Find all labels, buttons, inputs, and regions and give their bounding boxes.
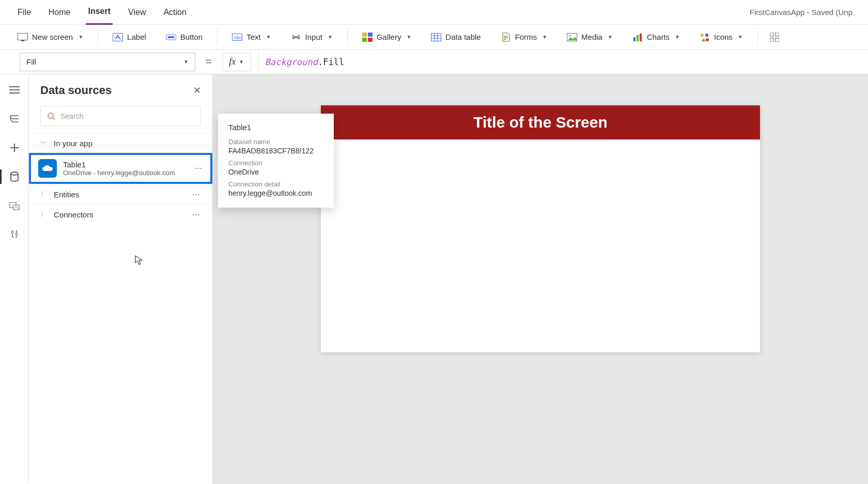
equals-sign: = (203, 56, 215, 68)
screen-title-bar[interactable]: Title of the Screen (321, 105, 760, 139)
menu-home[interactable]: Home (47, 0, 73, 25)
ribbon-gallery-label: Gallery (377, 33, 401, 41)
formula-bar: Fill ▼ = fx ▼ Background.Fill (0, 50, 868, 74)
search-input[interactable]: Search (40, 106, 201, 126)
section-in-your-app[interactable]: ﹀ In your app (29, 133, 212, 153)
ribbon-text-label: Text (246, 33, 261, 41)
chevron-down-icon: ﹀ (40, 139, 48, 148)
svg-rect-0 (18, 33, 28, 40)
button-icon (166, 32, 176, 42)
rail-hamburger[interactable] (7, 83, 22, 97)
svg-rect-22 (776, 33, 779, 36)
ribbon-new-screen-label: New screen (32, 33, 73, 41)
ribbon-label-text: Label (127, 33, 146, 41)
ribbon-icons[interactable]: Icons ▼ (694, 29, 748, 45)
ribbon-charts-label: Charts (647, 33, 670, 41)
svg-rect-12 (431, 33, 441, 41)
tooltip-detail-value: henry.legge@outlook.com (228, 189, 323, 197)
ribbon-new-screen[interactable]: New screen ▼ (12, 29, 88, 45)
svg-rect-16 (637, 35, 639, 41)
charts-icon (632, 32, 643, 42)
tooltip-title: Table1 (228, 123, 323, 132)
chevron-down-icon: ▼ (328, 34, 333, 40)
rail-media-icon[interactable] (7, 198, 22, 213)
svg-rect-24 (776, 38, 779, 42)
ribbon-separator (757, 29, 758, 45)
search-icon (47, 112, 55, 120)
chevron-down-icon: ▼ (542, 34, 547, 40)
tooltip-dataset-value: FA4BADB8183CF7B8!122 (228, 147, 323, 155)
svg-text:Abc: Abc (234, 35, 242, 40)
svg-rect-21 (770, 33, 773, 36)
svg-point-7 (295, 36, 297, 38)
svg-rect-17 (640, 34, 642, 41)
rail-tree-icon[interactable] (7, 112, 22, 126)
menu-bar-left: File Home Insert View Action (16, 0, 189, 25)
ribbon-charts[interactable]: Charts ▼ (627, 29, 685, 45)
tooltip-connection-value: OneDrive (228, 168, 323, 176)
svg-rect-9 (368, 33, 373, 37)
svg-point-25 (11, 172, 18, 175)
screen-icon (18, 32, 28, 42)
section-entities[interactable]: 〉 Entities ⋯ (29, 184, 212, 204)
property-selector[interactable]: Fill ▼ (20, 53, 195, 71)
menu-insert[interactable]: Insert (86, 0, 113, 25)
rail-tools-icon[interactable] (7, 227, 22, 242)
icons-icon (700, 32, 710, 42)
ribbon-text[interactable]: Abc Text ▼ (227, 29, 276, 45)
ribbon-input[interactable]: Input ▼ (286, 29, 338, 45)
panel-title: Data sources (40, 84, 112, 97)
tooltip-connection-label: Connection (228, 159, 323, 167)
ribbon-media-label: Media (581, 33, 602, 41)
data-source-item-table1[interactable]: Table1 OneDrive - henry.legge@outlook.co… (29, 153, 212, 184)
canvas-screen[interactable]: Title of the Screen (321, 105, 760, 352)
ribbon-data-table[interactable]: Data table (426, 29, 486, 45)
chevron-down-icon: ▼ (239, 59, 244, 65)
chevron-down-icon: ▼ (266, 34, 271, 40)
left-rail (0, 74, 29, 484)
section-connectors[interactable]: 〉 Connectors ⋯ (29, 204, 212, 224)
panel-header: Data sources ✕ (29, 74, 212, 103)
formula-input[interactable]: Background.Fill (258, 53, 868, 71)
svg-point-30 (48, 113, 53, 118)
mouse-cursor-icon (135, 255, 143, 266)
svg-point-18 (701, 34, 704, 37)
more-options-icon[interactable]: ⋯ (195, 164, 203, 173)
chevron-down-icon: ▼ (78, 34, 83, 40)
app-title: FirstCanvasApp - Saved (Unp (750, 8, 853, 17)
close-icon[interactable]: ✕ (193, 85, 201, 96)
svg-rect-19 (705, 34, 708, 37)
media-icon (567, 32, 577, 42)
chevron-right-icon: 〉 (40, 190, 48, 199)
menu-file[interactable]: File (16, 0, 33, 25)
text-icon: Abc (232, 32, 242, 42)
chevron-down-icon: ▼ (675, 34, 680, 40)
data-source-subtitle: OneDrive - henry.legge@outlook.com (63, 169, 175, 177)
ribbon-forms[interactable]: Forms ▼ (495, 29, 552, 45)
ribbon-data-table-label: Data table (445, 33, 481, 41)
svg-rect-8 (362, 33, 367, 37)
ribbon-separator (217, 29, 218, 45)
data-table-icon (431, 32, 441, 42)
svg-rect-10 (362, 38, 367, 42)
svg-point-29 (16, 233, 18, 235)
fx-button[interactable]: fx ▼ (222, 53, 251, 71)
ribbon-label[interactable]: Label (107, 29, 151, 45)
chevron-down-icon: ▼ (608, 34, 613, 40)
more-options-icon[interactable]: ⋯ (192, 210, 201, 219)
ribbon-button[interactable]: Button (161, 29, 208, 45)
menu-action[interactable]: Action (161, 0, 188, 25)
ribbon-media[interactable]: Media ▼ (562, 29, 618, 45)
more-options-icon[interactable]: ⋯ (192, 190, 201, 199)
section-connectors-label: Connectors (54, 210, 94, 219)
tooltip-detail-label: Connection detail (228, 180, 323, 188)
ribbon-forms-label: Forms (515, 33, 537, 41)
rail-add-icon[interactable] (7, 140, 22, 155)
grid-icon[interactable] (769, 32, 780, 42)
ribbon-input-label: Input (305, 33, 322, 41)
chevron-down-icon: ▼ (183, 59, 189, 65)
formula-object-token: Background (265, 57, 318, 67)
menu-view[interactable]: View (126, 0, 148, 25)
ribbon-gallery[interactable]: Gallery ▼ (357, 29, 416, 45)
rail-data-icon[interactable] (7, 169, 22, 184)
